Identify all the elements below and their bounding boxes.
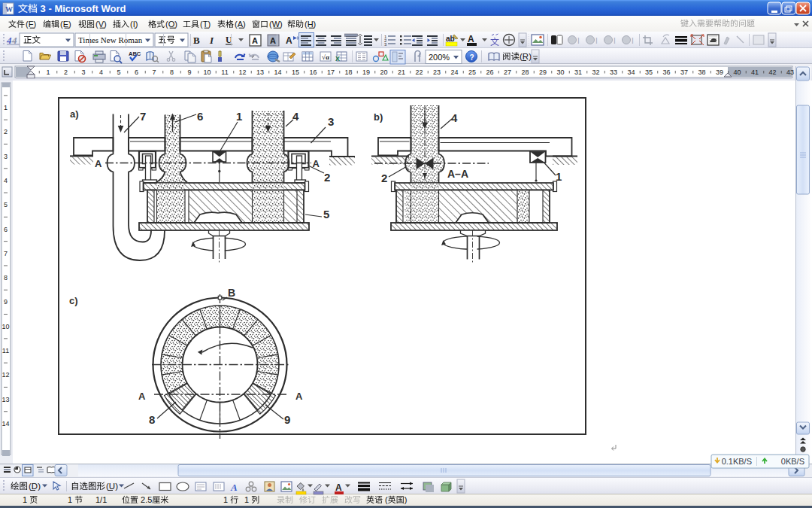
svg-text:I: I	[632, 37, 634, 45]
svg-text:A: A	[335, 482, 342, 493]
svg-text:21: 21	[398, 68, 405, 76]
svg-text:3: 3	[81, 68, 85, 76]
svg-text:12: 12	[238, 68, 246, 76]
svg-text:10: 10	[2, 323, 9, 330]
svg-text:1: 1	[23, 495, 29, 504]
svg-text:4: 4	[292, 110, 299, 123]
svg-text:0.1KB/S: 0.1KB/S	[722, 457, 752, 466]
svg-text:26: 26	[486, 68, 493, 76]
svg-text:3: 3	[4, 153, 8, 160]
svg-text:18: 18	[344, 68, 352, 76]
svg-text:22: 22	[415, 68, 423, 76]
svg-text:5: 5	[117, 68, 120, 76]
svg-text:A: A	[286, 35, 292, 46]
svg-text:I: I	[577, 37, 580, 45]
svg-text:7: 7	[140, 110, 146, 123]
svg-text:1: 1	[223, 495, 230, 504]
svg-text:3: 3	[328, 115, 334, 128]
svg-text:(F): (F)	[26, 20, 36, 29]
svg-text:2: 2	[381, 172, 387, 184]
svg-text:8: 8	[170, 68, 174, 76]
svg-text:A–A: A–A	[447, 168, 468, 180]
svg-text:12: 12	[2, 371, 9, 379]
svg-text:28: 28	[521, 68, 529, 76]
svg-text:2: 2	[324, 171, 330, 184]
svg-text:14: 14	[274, 68, 281, 76]
svg-text:1: 1	[68, 495, 74, 504]
svg-text:13: 13	[2, 396, 9, 403]
svg-text:5: 5	[4, 201, 8, 208]
svg-text:30: 30	[556, 68, 564, 76]
svg-text:2: 2	[4, 128, 8, 135]
svg-text:0KB/S: 0KB/S	[781, 457, 804, 466]
svg-text:34: 34	[627, 68, 635, 76]
svg-text:31: 31	[574, 68, 582, 76]
svg-text:4: 4	[99, 68, 103, 76]
svg-text:39: 39	[716, 68, 723, 76]
svg-text:11: 11	[221, 68, 228, 76]
svg-text:8: 8	[4, 274, 8, 281]
svg-text:I: I	[614, 37, 616, 45]
svg-text:(U): (U)	[106, 482, 118, 491]
svg-text:(: (	[383, 495, 388, 504]
svg-text:2.5: 2.5	[138, 495, 152, 504]
svg-text:3 - Microsoft Word: 3 - Microsoft Word	[38, 3, 126, 14]
svg-text:I: I	[595, 37, 598, 45]
svg-text:37: 37	[680, 68, 688, 76]
svg-text:13: 13	[256, 68, 264, 76]
svg-text:40: 40	[733, 68, 741, 76]
svg-text:23: 23	[433, 68, 441, 76]
svg-text:7: 7	[4, 250, 8, 257]
svg-text:(H): (H)	[304, 20, 316, 29]
svg-text:4: 4	[4, 177, 8, 184]
svg-text:a): a)	[70, 108, 79, 120]
svg-text:1: 1	[4, 104, 8, 111]
svg-text:4: 4	[451, 111, 458, 124]
svg-text:38: 38	[698, 68, 705, 76]
svg-text:1: 1	[244, 495, 251, 504]
svg-text:8: 8	[149, 413, 155, 426]
svg-text:c): c)	[69, 295, 78, 306]
svg-text:(D): (D)	[29, 482, 41, 491]
svg-text:1: 1	[236, 110, 242, 123]
svg-text:?: ?	[470, 53, 474, 62]
svg-text:): )	[404, 495, 408, 504]
svg-text:42: 42	[768, 68, 776, 76]
svg-text:10: 10	[203, 68, 211, 76]
svg-text:6: 6	[4, 226, 8, 233]
svg-text:36: 36	[662, 68, 670, 76]
svg-text:1: 1	[46, 68, 50, 76]
svg-text:200%: 200%	[429, 53, 450, 62]
svg-text:35: 35	[645, 68, 653, 76]
svg-text:41: 41	[751, 68, 759, 76]
svg-text:A: A	[313, 158, 320, 169]
svg-text:27: 27	[504, 68, 511, 76]
svg-text:A: A	[295, 391, 303, 402]
svg-text:11: 11	[2, 347, 9, 354]
svg-text:15: 15	[292, 68, 299, 76]
svg-text:9: 9	[284, 413, 290, 426]
svg-text:43: 43	[786, 68, 794, 76]
svg-text:I: I	[209, 35, 214, 46]
svg-text:A: A	[95, 158, 102, 169]
svg-text:9: 9	[187, 68, 191, 76]
svg-text:(O): (O)	[165, 20, 177, 29]
svg-text:33: 33	[610, 68, 617, 76]
svg-text:32: 32	[592, 68, 599, 76]
svg-text:20: 20	[380, 68, 387, 76]
svg-text:W: W	[5, 5, 13, 14]
svg-text:B: B	[193, 35, 200, 46]
svg-text:24: 24	[450, 68, 458, 76]
svg-text:16: 16	[309, 68, 317, 76]
svg-text:(I): (I)	[130, 20, 138, 29]
svg-text:(A): (A)	[235, 20, 246, 29]
svg-text:14: 14	[2, 420, 9, 427]
svg-text:(T): (T)	[200, 20, 211, 29]
svg-text:A: A	[468, 34, 474, 44]
svg-text:19: 19	[362, 68, 370, 76]
svg-text:9: 9	[4, 298, 8, 306]
svg-text:5: 5	[323, 208, 329, 221]
svg-text:1/1: 1/1	[95, 495, 107, 504]
svg-text:1: 1	[556, 170, 562, 183]
svg-text:(E): (E)	[60, 20, 71, 29]
